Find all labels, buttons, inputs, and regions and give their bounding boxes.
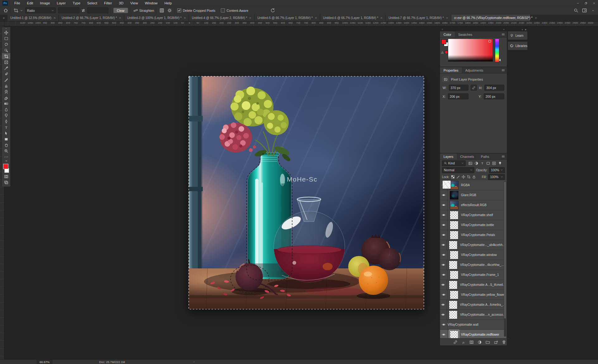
- layer-visibility-eye-icon[interactable]: [440, 260, 447, 270]
- layer-thumbnail[interactable]: [449, 261, 458, 269]
- add-layer-mask-button[interactable]: [469, 340, 474, 344]
- minimize-button[interactable]: [574, 0, 582, 6]
- spot-healing-brush-tool[interactable]: [2, 71, 10, 77]
- crop-tool-icon[interactable]: [13, 8, 19, 13]
- blur-tool[interactable]: [2, 106, 10, 112]
- layer-visibility-eye-icon[interactable]: [440, 300, 447, 310]
- foreground-background-swatches[interactable]: [3, 164, 9, 173]
- layer-visibility-eye-icon[interactable]: [440, 240, 447, 250]
- pen-tool[interactable]: [2, 118, 10, 124]
- tab-close-icon[interactable]: [184, 17, 186, 19]
- overlay-grid-icon[interactable]: [159, 8, 164, 13]
- layer-visibility-eye-icon[interactable]: [440, 290, 448, 300]
- layer-thumbnail[interactable]: [450, 231, 458, 239]
- link-dimensions-icon[interactable]: [471, 85, 477, 91]
- filter-type-layers-icon[interactable]: T: [480, 161, 484, 165]
- crop-height-input[interactable]: [87, 7, 108, 13]
- layer-thumbnail[interactable]: [450, 181, 458, 190]
- tab-channels[interactable]: Channels: [457, 154, 477, 159]
- tab-close-icon[interactable]: [446, 17, 448, 19]
- dodge-tool[interactable]: [2, 112, 10, 118]
- layer-row[interactable]: VRayCryptomatte..._ub4kcehhw_High: [440, 240, 506, 250]
- layer-thumbnail[interactable]: [449, 310, 458, 319]
- menu-item-file[interactable]: File: [11, 0, 24, 6]
- layer-visibility-eye-icon[interactable]: [440, 220, 448, 230]
- filter-kind-select[interactable]: Kind: [442, 160, 466, 166]
- layer-visibility-eye-icon[interactable]: [440, 190, 448, 200]
- close-button[interactable]: [590, 0, 598, 6]
- layer-visibility-eye-icon[interactable]: [440, 330, 448, 338]
- layer-visibility-eye-icon[interactable]: [440, 270, 448, 280]
- hue-slider-arrow[interactable]: [499, 59, 501, 61]
- collapse-chevron-icon[interactable]: [590, 8, 596, 13]
- layer-row[interactable]: VRayCryptomatte....n_accessories_82: [440, 310, 506, 320]
- swap-colors-icon[interactable]: [2, 160, 10, 163]
- gamut-color-chip[interactable]: [445, 51, 448, 54]
- blend-mode-select[interactable]: Normal: [442, 167, 474, 173]
- tab-close-icon[interactable]: [119, 17, 121, 19]
- menu-item-layer[interactable]: Layer: [53, 0, 69, 6]
- tab-close-icon[interactable]: [315, 17, 317, 19]
- layer-thumbnail[interactable]: [450, 221, 458, 229]
- hue-slider[interactable]: [495, 39, 499, 62]
- history-brush-tool[interactable]: [2, 89, 10, 95]
- layer-row[interactable]: Glare.RGB: [440, 190, 506, 200]
- opacity-field[interactable]: 100%: [489, 167, 505, 173]
- new-adjustment-layer-button[interactable]: [477, 340, 482, 344]
- quick-selection-tool[interactable]: [2, 47, 10, 53]
- layer-thumbnail[interactable]: [450, 330, 458, 338]
- delete-cropped-pixels-label[interactable]: Delete Cropped Pixels: [183, 9, 215, 12]
- layer-list-scrollbar[interactable]: [504, 181, 506, 337]
- menu-item-image[interactable]: Image: [36, 0, 53, 6]
- rectangle-tool[interactable]: [2, 136, 10, 142]
- y-field[interactable]: 200 px: [484, 93, 504, 99]
- tab-overflow-chevrons-icon[interactable]: »: [0, 15, 7, 21]
- tool-preset-chevron-icon[interactable]: [19, 8, 24, 13]
- gamut-warning-icon[interactable]: [441, 51, 444, 54]
- layer-row[interactable]: VRayCryptomatte...4kcehhw_High001: [440, 260, 506, 270]
- document-tab[interactable]: cr.exr @ 66.7% (VRayCryptomatte.redflowe…: [451, 15, 530, 21]
- filter-pixel-layers-icon[interactable]: [468, 161, 472, 165]
- menu-item-edit[interactable]: Edit: [24, 0, 37, 6]
- width-field[interactable]: 370 px: [449, 85, 469, 91]
- screen-mode-button[interactable]: [2, 179, 10, 185]
- home-icon[interactable]: [3, 8, 8, 13]
- aspect-ratio-select[interactable]: Ratio: [25, 7, 56, 13]
- crop-settings-gear-icon[interactable]: [167, 8, 172, 13]
- hand-tool[interactable]: [2, 142, 10, 148]
- foreground-color-chip[interactable]: [441, 39, 446, 44]
- document-tab[interactable]: Untitled-7 @ 66.7% (Layer 1, RGB/8#) *: [386, 15, 451, 21]
- delete-cropped-pixels-checkbox[interactable]: [177, 8, 181, 12]
- eyedropper-tool[interactable]: [2, 65, 10, 71]
- document-canvas[interactable]: MoHe-Sc: [188, 76, 424, 310]
- crop-width-input[interactable]: [58, 7, 79, 13]
- document-tab[interactable]: Untitled-3 @ 100% (Layer 1, RGB/8#) *: [124, 15, 189, 21]
- layer-visibility-eye-icon[interactable]: [440, 280, 447, 290]
- layer-thumbnail[interactable]: [449, 300, 458, 309]
- height-field[interactable]: 304 px: [484, 85, 504, 91]
- filter-shape-layers-icon[interactable]: [486, 161, 490, 165]
- side-close-icon[interactable]: ✕: [524, 28, 527, 31]
- layer-row[interactable]: VRayCryptomatte.window: [440, 250, 506, 260]
- move-tool[interactable]: [2, 30, 10, 35]
- panel-menu-icon[interactable]: [501, 154, 507, 159]
- gradient-tool[interactable]: [2, 101, 10, 106]
- tab-properties[interactable]: Properties: [440, 67, 462, 73]
- zoom-level-field[interactable]: 66.67%: [37, 360, 52, 364]
- menu-item-help[interactable]: Help: [161, 0, 175, 6]
- layer-visibility-eye-icon[interactable]: [440, 320, 448, 329]
- reset-icon[interactable]: [270, 8, 275, 13]
- edit-toolbar[interactable]: [2, 154, 10, 160]
- filter-toggle-icon[interactable]: [498, 161, 502, 165]
- tab-paths[interactable]: Paths: [477, 154, 493, 159]
- tab-close-icon[interactable]: [380, 17, 382, 19]
- toolbar-collapse-icon[interactable]: »: [2, 27, 10, 30]
- eraser-tool[interactable]: [2, 95, 10, 101]
- layer-thumbnail[interactable]: [449, 241, 458, 249]
- libraries-panel-button[interactable]: Libraries: [508, 41, 528, 50]
- filter-adjustment-layers-icon[interactable]: [474, 161, 478, 165]
- straighten-label[interactable]: Straighten: [139, 9, 154, 12]
- layer-row[interactable]: VRayCryptomatte.A...S_tfcmeilra_High: [440, 280, 506, 290]
- layer-row[interactable]: VRayCryptomatte.bottle: [440, 220, 506, 230]
- frame-tool[interactable]: [2, 59, 10, 65]
